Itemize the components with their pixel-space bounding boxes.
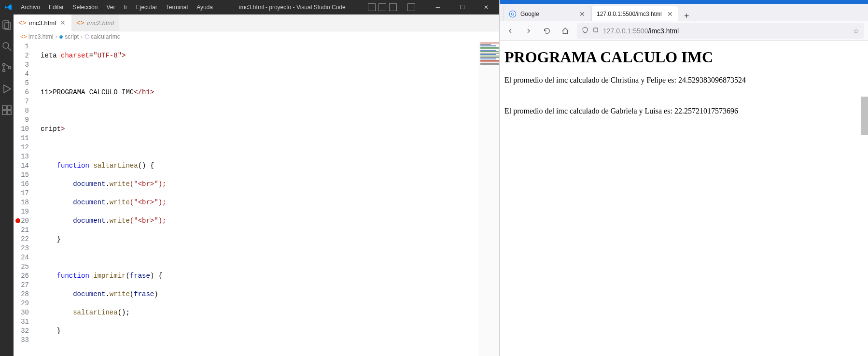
layout-sidebar-right-icon[interactable] (389, 3, 397, 11)
browser-titlebar (500, 0, 868, 4)
breadcrumb-script[interactable]: ◈ script (59, 33, 79, 40)
url-text: 127.0.0.1:5500/imc3.html (603, 27, 679, 35)
page-heading: PROGRAMA CALCULO IMC (504, 48, 863, 66)
browser-tabs: G Google ✕ 127.0.0.1:5500/imc3.html ✕ + (500, 4, 868, 21)
svg-rect-10 (7, 111, 11, 114)
page-text-2: El promedio del imc calculado de Gabriel… (504, 107, 863, 115)
window-minimize-icon[interactable]: ─ (427, 0, 449, 14)
tab-close-icon[interactable]: ✕ (667, 10, 673, 18)
layout-panel-icon[interactable] (378, 3, 386, 11)
bookmark-icon[interactable]: ☆ (853, 27, 859, 35)
breadcrumb-file[interactable]: <> imc3.html (20, 33, 53, 40)
svg-rect-0 (3, 21, 9, 28)
vscode-logo-icon (0, 3, 17, 11)
shield-icon (582, 27, 588, 35)
window-title: imc3.html - proyecto - Visual Studio Cod… (217, 4, 368, 11)
svg-point-5 (3, 70, 5, 72)
breadcrumb: <> imc3.html › ◈ script › ⬡ calcularImc (14, 31, 499, 42)
code-content[interactable]: ieta charset="UTF-8"> i1>PROGRAMA CALCUL… (38, 42, 499, 356)
window-close-icon[interactable]: ✕ (475, 0, 497, 14)
browser-tab-google[interactable]: G Google ✕ (504, 6, 590, 21)
svg-rect-13 (594, 28, 598, 32)
menubar: Archivo Editar Selección Ver Ir Ejecutar… (17, 2, 217, 13)
code-editor[interactable]: 1 2 3 4 5 6 7 8 9 10 11 12 13 14 15 16 1 (14, 42, 499, 356)
vscode-window: Archivo Editar Selección Ver Ir Ejecutar… (0, 0, 499, 356)
browser-viewport: PROGRAMA CALCULO IMC El promedio del imc… (500, 41, 868, 356)
html-file-icon: <> (20, 33, 27, 40)
extensions-icon[interactable] (0, 103, 14, 117)
new-tab-button[interactable]: + (679, 11, 694, 21)
tab-imc3[interactable]: <> imc3.html ✕ (14, 14, 71, 31)
svg-point-4 (3, 64, 5, 66)
tab-close-icon[interactable]: ✕ (59, 18, 67, 28)
menu-ver[interactable]: Ver (102, 2, 119, 13)
tab-label: imc2.html (87, 19, 114, 27)
breakpoint-icon: 20 (14, 216, 38, 226)
menu-editar[interactable]: Editar (45, 2, 68, 13)
tab-label: imc3.html (29, 19, 56, 27)
line-gutter: 1 2 3 4 5 6 7 8 9 10 11 12 13 14 15 16 1 (14, 42, 38, 356)
run-debug-icon[interactable] (0, 82, 14, 96)
editor-area: <> imc3.html ✕ <> imc2.html ▥ ⋯ <> imc (14, 14, 499, 356)
titlebar-controls: ─ ☐ ✕ (368, 0, 499, 14)
svg-text:G: G (511, 12, 514, 16)
menu-ir[interactable]: Ir (120, 2, 131, 13)
info-icon (592, 27, 599, 35)
svg-rect-8 (7, 106, 11, 110)
window-maximize-icon[interactable]: ☐ (451, 0, 473, 14)
menu-ejecutar[interactable]: Ejecutar (132, 2, 161, 13)
browser-window: G Google ✕ 127.0.0.1:5500/imc3.html ✕ + (499, 0, 868, 356)
menu-archivo[interactable]: Archivo (17, 2, 44, 13)
function-symbol-icon: ⬡ (84, 33, 89, 40)
google-favicon-icon: G (509, 10, 517, 18)
home-button[interactable] (559, 24, 572, 38)
tab-title: Google (520, 11, 575, 17)
minimap[interactable] (478, 42, 499, 356)
titlebar: Archivo Editar Selección Ver Ir Ejecutar… (0, 0, 499, 14)
script-symbol-icon: ◈ (59, 33, 63, 40)
layout-sidebar-left-icon[interactable] (368, 3, 376, 11)
chevron-right-icon: › (81, 33, 83, 40)
reload-button[interactable] (540, 24, 554, 38)
browser-toolbar: 127.0.0.1:5500/imc3.html ☆ (500, 21, 868, 41)
menu-ayuda[interactable]: Ayuda (193, 2, 217, 13)
svg-rect-9 (2, 111, 6, 114)
browser-tab-localhost[interactable]: 127.0.0.1:5500/imc3.html ✕ (591, 6, 678, 21)
html-file-icon: <> (76, 19, 84, 27)
tab-title: 127.0.0.1:5500/imc3.html (597, 11, 663, 17)
tab-close-icon[interactable]: ✕ (579, 10, 585, 18)
chevron-right-icon: › (55, 33, 57, 40)
search-icon[interactable] (0, 40, 14, 53)
address-bar[interactable]: 127.0.0.1:5500/imc3.html ☆ (577, 23, 864, 39)
tab-imc2[interactable]: <> imc2.html (71, 14, 119, 31)
source-control-icon[interactable] (0, 61, 14, 74)
menu-terminal[interactable]: Terminal (162, 2, 192, 13)
page-text-1: El promedio del imc calculado de Christi… (504, 76, 863, 85)
svg-line-3 (8, 48, 11, 51)
layout-customize-icon[interactable] (407, 3, 415, 11)
svg-point-2 (3, 43, 9, 48)
activity-bar (0, 14, 14, 356)
back-button[interactable] (504, 24, 517, 38)
forward-button[interactable] (522, 24, 535, 38)
html-file-icon: <> (18, 19, 26, 27)
editor-tabs: <> imc3.html ✕ <> imc2.html ▥ ⋯ (14, 14, 499, 31)
svg-rect-7 (2, 106, 6, 110)
menu-seleccion[interactable]: Selección (69, 2, 101, 13)
explorer-icon[interactable] (0, 18, 14, 32)
breadcrumb-function[interactable]: ⬡ calcularImc (84, 33, 120, 40)
